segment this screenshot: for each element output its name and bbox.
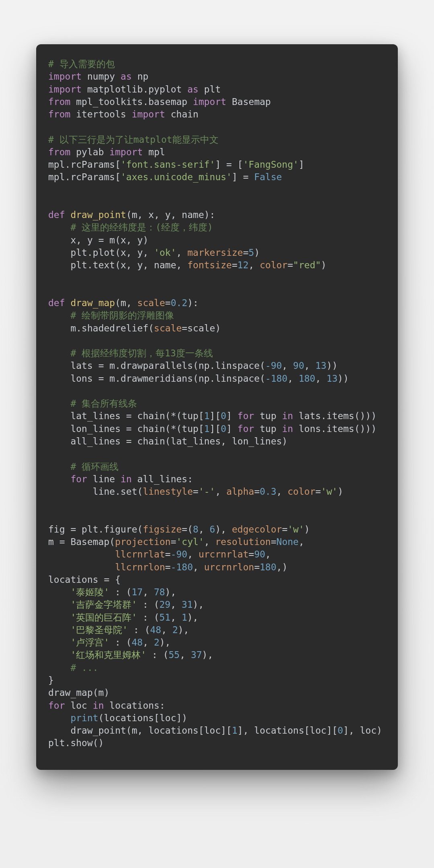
code-builtin: print	[70, 713, 98, 723]
code-text: lons.items()))	[293, 424, 377, 434]
code-text: all_lines = chain(lat_lines, lon_lines)	[70, 436, 287, 446]
code-text: ,	[199, 524, 210, 535]
code-comment: # 集合所有线条	[70, 398, 137, 409]
code-keyword: import	[193, 97, 226, 107]
code-param: fontsize	[187, 260, 232, 270]
code-keyword: for	[237, 424, 254, 434]
code-text: ]	[226, 424, 237, 434]
code-string: '泰姬陵'	[70, 587, 109, 597]
code-keyword: from	[48, 147, 70, 157]
code-text: =	[315, 486, 321, 497]
code-text: =	[165, 562, 171, 572]
code-text: ]	[226, 411, 237, 421]
code-text: )	[338, 486, 343, 497]
code-text: m = Basemap(	[48, 537, 115, 547]
code-param: projection	[115, 537, 170, 547]
code-text: ,	[176, 247, 188, 258]
code-text: line.set(	[93, 486, 143, 497]
code-text: ], locations[loc][	[237, 725, 338, 736]
code-number: 13	[315, 360, 327, 371]
code-string: 'FangSong'	[243, 159, 299, 170]
code-keyword: def	[48, 298, 65, 308]
code-function-name: draw_map	[70, 298, 115, 308]
code-number: 31	[182, 599, 193, 610]
code-text: draw_map(m)	[48, 687, 109, 698]
code-comment: # 导入需要的包	[48, 59, 115, 69]
code-number: 8	[193, 524, 199, 535]
code-keyword: in	[282, 424, 293, 434]
code-keyword: from	[48, 97, 70, 107]
code-text: =	[165, 549, 171, 559]
code-text: =	[254, 486, 260, 497]
code-text: ,)	[276, 562, 288, 572]
code-keyword: in	[282, 411, 293, 421]
code-number: 1	[232, 725, 237, 736]
code-param: urcrnrlat	[199, 549, 249, 559]
code-number: 12	[237, 260, 249, 270]
code-keyword: in	[121, 474, 132, 484]
code-text: locations:	[104, 700, 165, 711]
code-number: 2	[172, 625, 178, 635]
code-text: ,	[143, 587, 154, 597]
code-number: 180	[299, 373, 315, 384]
code-number: 48	[150, 625, 161, 635]
code-keyword: import	[48, 71, 82, 82]
code-text: mpl.rcParams[	[48, 172, 121, 182]
code-text: )	[321, 260, 327, 270]
code-text: )	[254, 247, 260, 258]
code-block: # 导入需要的包 import numpy as np import matpl…	[48, 58, 386, 750]
code-text: =	[232, 260, 237, 270]
code-number: -90	[171, 549, 188, 559]
code-string: 'w'	[321, 486, 338, 497]
code-text: ,	[299, 537, 304, 547]
code-keyword: from	[48, 109, 70, 119]
code-text: x, y = m(x, y)	[70, 235, 148, 245]
code-param: markersize	[187, 247, 243, 258]
code-keyword: for	[48, 700, 65, 711]
code-identifier: Basemap	[232, 97, 271, 107]
code-number: 78	[154, 587, 165, 597]
code-param: scale	[137, 298, 165, 308]
code-text: ),	[193, 599, 204, 610]
code-param: alpha	[226, 486, 254, 497]
code-keyword: import	[48, 84, 82, 95]
code-identifier: chain	[171, 109, 199, 119]
code-number: 0	[221, 411, 226, 421]
code-param: color	[288, 486, 315, 497]
code-string: 'w'	[288, 524, 305, 535]
code-text: ,	[161, 625, 172, 635]
code-text: ),	[187, 612, 199, 623]
code-keyword: as	[121, 71, 132, 82]
code-string: "red"	[293, 260, 321, 270]
code-number: -90	[265, 360, 282, 371]
code-text: ),	[160, 637, 171, 648]
code-text: =	[171, 537, 176, 547]
code-text: ,	[276, 486, 288, 497]
code-text: plt.text(x, y, name,	[70, 260, 187, 270]
code-number: 0.3	[260, 486, 276, 497]
code-keyword: for	[237, 411, 254, 421]
code-text: =	[193, 486, 199, 497]
code-text: ,	[170, 599, 182, 610]
code-text: lats = m.drawparallels(np.linspace(	[70, 360, 265, 371]
code-text: (m, x, y, name):	[126, 210, 215, 220]
code-text	[48, 562, 115, 572]
code-comment: # 循环画线	[70, 461, 119, 472]
code-keyword: import	[132, 109, 165, 119]
code-text: ))	[326, 360, 338, 371]
code-text: ,	[265, 549, 271, 559]
code-text: ,	[180, 650, 191, 660]
code-text: ,	[204, 537, 215, 547]
code-string: '-'	[199, 486, 215, 497]
code-text: =(	[182, 524, 193, 535]
code-number: 2	[154, 637, 160, 648]
code-card: # 导入需要的包 import numpy as np import matpl…	[36, 44, 398, 770]
code-number: 5	[249, 247, 254, 258]
code-text: (m,	[115, 298, 137, 308]
code-text	[48, 549, 115, 559]
code-keyword: in	[93, 700, 104, 711]
code-number: 6	[210, 524, 215, 535]
code-text: =	[282, 524, 288, 535]
code-text: : (	[137, 612, 159, 623]
code-text: ,	[193, 562, 204, 572]
